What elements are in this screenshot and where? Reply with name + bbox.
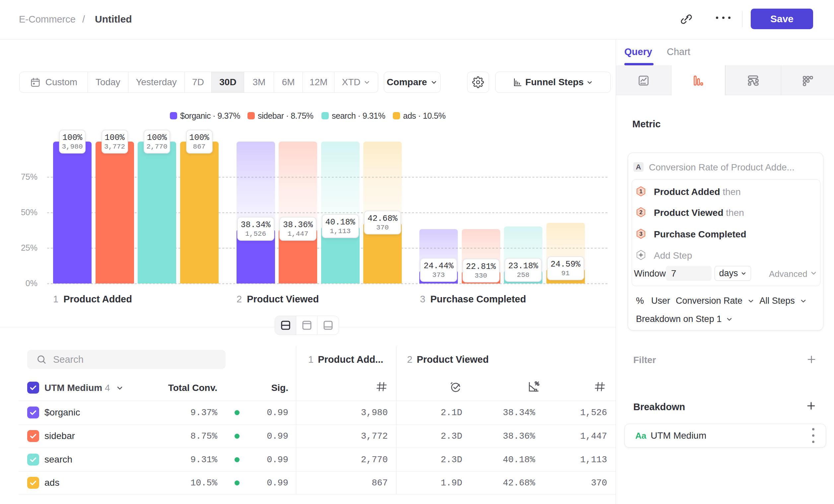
svg-text:2: 2 bbox=[639, 209, 642, 215]
svg-text:1: 1 bbox=[639, 188, 642, 194]
svg-text:3: 3 bbox=[639, 231, 642, 237]
